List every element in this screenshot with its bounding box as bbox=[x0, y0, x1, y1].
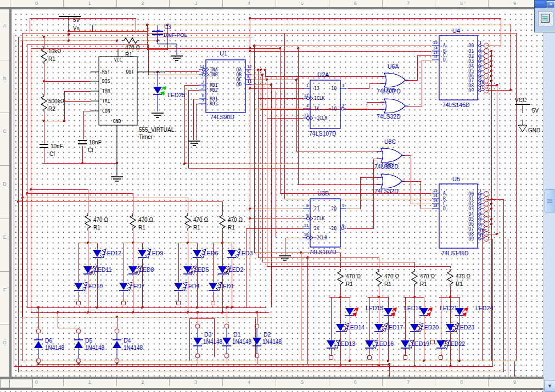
scroll-down-button[interactable]: ▼ bbox=[544, 380, 555, 392]
led-LED6[interactable]: LED6 bbox=[193, 249, 218, 258]
led-LED8[interactable]: LED8 bbox=[128, 266, 154, 275]
label: LED25 bbox=[167, 92, 185, 98]
label: 5V bbox=[73, 17, 80, 23]
schematic-canvas[interactable]: 5VVsRSTDISTHRTRICONOUTVCCGND555_VIRTUALT… bbox=[0, 0, 543, 392]
led-LED7[interactable]: LED7 bbox=[119, 282, 144, 291]
led-LED14[interactable]: LED14 bbox=[336, 323, 365, 332]
label: 1N4148 bbox=[203, 339, 222, 345]
diode-D2[interactable]: D21N4148 bbox=[253, 324, 282, 358]
led-body bbox=[410, 324, 419, 331]
toolbar-titlebar[interactable]: × bbox=[535, 1, 555, 8]
label: 470 Ω bbox=[193, 217, 208, 223]
label: C bbox=[443, 201, 446, 206]
label: 470 Ω bbox=[228, 217, 243, 223]
in-use-list-button[interactable] bbox=[538, 11, 553, 26]
led-LED13[interactable]: LED13 bbox=[327, 340, 355, 349]
ruler-corner-cell bbox=[9, 379, 33, 388]
open-pin-circle bbox=[484, 74, 489, 79]
wire bbox=[196, 104, 199, 140]
diode-D4[interactable]: D41N4148 bbox=[113, 329, 143, 363]
led-LED20[interactable]: LED20 bbox=[410, 323, 439, 332]
junction-dot bbox=[68, 33, 70, 36]
led-LED2[interactable]: LED2 bbox=[218, 266, 243, 275]
ruler-tick bbox=[169, 379, 170, 386]
led-LED19[interactable]: LED19 bbox=[401, 340, 429, 349]
gate-U7B[interactable] bbox=[380, 99, 408, 113]
junction-dot bbox=[43, 120, 45, 122]
ruler-tick bbox=[382, 0, 383, 7]
ruler-number: 6 bbox=[329, 1, 382, 6]
wire bbox=[148, 61, 199, 75]
led-LED10[interactable]: LED10 bbox=[74, 282, 103, 291]
ic-U1[interactable]: U174LS90D14INA1INB2R013R026R917R9212QA9Q… bbox=[199, 50, 251, 120]
ruler-tick bbox=[0, 271, 9, 272]
label: 10nF bbox=[89, 139, 102, 145]
ic-U4[interactable]: U474LS145D15A14B13C12D1O02O13O24O35O46O5… bbox=[432, 27, 489, 108]
label: Cf bbox=[49, 151, 55, 157]
led-LED21[interactable]: LED21 bbox=[419, 305, 457, 317]
ruler-tick bbox=[329, 0, 329, 7]
led-LED24[interactable]: LED24 bbox=[455, 305, 493, 317]
close-icon[interactable]: × bbox=[547, 1, 555, 8]
label: R1 bbox=[346, 281, 353, 287]
junction-dot bbox=[339, 296, 341, 298]
gate-U9D[interactable] bbox=[377, 174, 405, 188]
junction-dot bbox=[256, 311, 258, 313]
wire bbox=[122, 38, 139, 43]
label: R1 bbox=[420, 281, 427, 287]
ic-U5[interactable]: U574LS145D15A14B13C12D1O02O13O24O35O46O5… bbox=[432, 176, 489, 256]
diode-D3[interactable]: D31N4148 bbox=[193, 324, 222, 358]
label: LED10 bbox=[85, 283, 103, 289]
label: GND bbox=[528, 127, 540, 133]
led-LED5[interactable]: LED5 bbox=[183, 266, 209, 275]
label: 74LS145D bbox=[441, 250, 469, 256]
label: O7 bbox=[468, 79, 474, 83]
ic-U3B[interactable]: U3B74LS107D82J92CLK112K10~2CLR52Q6~2Q bbox=[303, 190, 346, 255]
diode-D5[interactable]: D51N4148 bbox=[74, 329, 104, 363]
label: D1 bbox=[233, 331, 241, 338]
diode-D1[interactable]: D11N4148 bbox=[222, 324, 251, 358]
led-LED9[interactable]: LED9 bbox=[138, 249, 163, 258]
led-LED17[interactable]: LED17 bbox=[374, 323, 403, 332]
wires[interactable] bbox=[14, 17, 516, 380]
led-LED1[interactable]: LED1 bbox=[209, 282, 234, 291]
label: 470 Ω bbox=[456, 273, 470, 279]
led-LED23[interactable]: LED23 bbox=[446, 323, 474, 332]
led-body bbox=[138, 250, 147, 257]
led-body bbox=[327, 340, 335, 348]
vertical-scrollbar[interactable] bbox=[543, 0, 555, 392]
led-LED18[interactable]: LED18 bbox=[384, 305, 422, 317]
led-body bbox=[83, 266, 92, 273]
diode-D6[interactable]: D61N4148 bbox=[34, 329, 64, 363]
virtual-components[interactable]: 5VVsRSTDISTHRTRICONOUTVCCGND555_VIRTUALT… bbox=[40, 16, 540, 287]
led-LED11[interactable]: LED11 bbox=[83, 266, 111, 275]
junction-dot bbox=[231, 306, 233, 309]
led-LED22[interactable]: LED22 bbox=[436, 340, 465, 349]
junction-dot bbox=[270, 83, 272, 86]
led-LED25[interactable]: LED25 bbox=[153, 72, 185, 111]
led-LED15[interactable]: LED15 bbox=[345, 305, 383, 317]
scrollbar-thumb[interactable] bbox=[545, 189, 555, 212]
label: O5 bbox=[468, 69, 474, 74]
label: QB bbox=[236, 72, 242, 77]
label: + bbox=[146, 25, 149, 32]
label: 3 bbox=[342, 83, 344, 88]
led-LED12[interactable]: LED12 bbox=[93, 249, 121, 258]
ruler-tick bbox=[0, 219, 9, 219]
label: O7 bbox=[468, 227, 474, 232]
label: U3B bbox=[317, 190, 329, 197]
label: O9 bbox=[468, 88, 474, 93]
open-pin-circle bbox=[76, 329, 81, 333]
label: ~2Q bbox=[329, 226, 337, 231]
led-LED16[interactable]: LED16 bbox=[365, 340, 394, 349]
gate-U6A[interactable] bbox=[380, 73, 408, 87]
ic-U2A[interactable]: U2A74LS107D11J121CLK41K13~1CLR31Q2~1Q bbox=[303, 71, 346, 137]
or-gate-body bbox=[381, 174, 402, 188]
ruler-letter: B bbox=[0, 76, 9, 81]
junction-dot bbox=[87, 242, 89, 244]
label: DIS bbox=[102, 79, 110, 84]
wire bbox=[296, 80, 381, 152]
gate-U8C[interactable] bbox=[377, 148, 405, 163]
led-LED3[interactable]: LED3 bbox=[227, 249, 253, 258]
led-LED4[interactable]: LED4 bbox=[174, 282, 199, 291]
